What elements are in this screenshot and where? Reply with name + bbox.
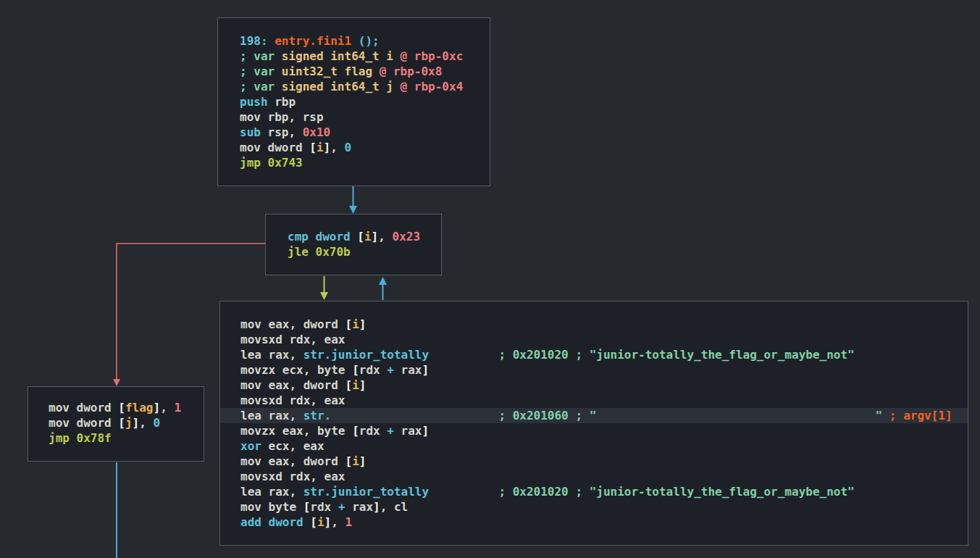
asm-token: i xyxy=(352,317,359,331)
asm-token: mov rbp, rsp xyxy=(240,110,324,124)
asm-token xyxy=(331,409,498,422)
asm-token: mov eax, dword xyxy=(240,317,345,331)
asm-token: [ xyxy=(357,230,364,243)
asm-token: , xyxy=(331,515,345,529)
asm-token: j xyxy=(125,416,133,430)
asm-token: ; var xyxy=(240,49,282,63)
asm-line[interactable]: movzx ecx, byte [rdx + rax] xyxy=(220,362,968,378)
asm-token: 0 xyxy=(345,141,352,154)
asm-line[interactable]: mov dword [i], 0 xyxy=(218,140,490,155)
asm-token: signed int64_t j xyxy=(282,80,401,93)
asm-line[interactable]: movsxd rdx, eax xyxy=(220,469,968,484)
asm-token: ] xyxy=(422,424,429,438)
asm-token: [ xyxy=(345,378,353,392)
asm-token: entry.fini1 xyxy=(275,34,351,48)
asm-token xyxy=(429,485,498,499)
asm-token: signed int64_t i xyxy=(282,49,401,63)
asm-token: str.junior_totally xyxy=(303,348,429,362)
asm-line[interactable]: jmp 0x743 xyxy=(218,155,490,170)
asm-token: mov eax, dword xyxy=(240,378,345,392)
asm-token: ] xyxy=(324,141,331,154)
asm-token: " xyxy=(876,409,889,422)
asm-token: ] xyxy=(154,401,161,415)
asm-token: ] xyxy=(324,515,332,529)
asm-token: i xyxy=(352,378,359,392)
asm-token: cmp dword xyxy=(288,230,357,243)
asm-token: 0x10 xyxy=(303,125,331,139)
asm-token: rdx xyxy=(359,424,388,438)
asm-token: lea rax, xyxy=(240,409,303,422)
asm-token xyxy=(429,348,498,362)
asm-line[interactable]: 198: entry.fini1 (); xyxy=(218,33,490,49)
asm-line[interactable]: mov eax, dword [i] xyxy=(220,317,968,332)
asm-line[interactable]: mov dword [flag], 1 xyxy=(28,400,204,415)
asm-line[interactable]: lea rax, str.junior_totally ; 0x201020 ;… xyxy=(220,347,968,362)
asm-line[interactable]: mov byte [rdx + rax], cl xyxy=(220,499,968,515)
edge-entry-to-condition xyxy=(349,186,357,214)
asm-token: ] xyxy=(372,230,379,243)
asm-token: + xyxy=(387,424,394,438)
asm-token: rax xyxy=(394,424,422,438)
asm-line[interactable]: movzx eax, byte [rdx + rax] xyxy=(220,423,968,438)
asm-token: mov dword xyxy=(49,416,118,430)
asm-token: ; var xyxy=(240,64,282,78)
asm-token: movsxd rdx, eax xyxy=(240,333,345,346)
asm-token: 0x23 xyxy=(393,230,421,243)
asm-token: , xyxy=(139,416,153,430)
asm-line[interactable]: mov rbp, rsp xyxy=(218,109,490,125)
asm-line[interactable]: sub rsp, 0x10 xyxy=(218,125,490,140)
asm-token: uint32_t flag xyxy=(282,64,380,78)
asm-token: i xyxy=(317,141,324,154)
asm-line[interactable]: add dword [i], 1 xyxy=(220,515,968,530)
asm-token: [ xyxy=(352,363,359,377)
asm-line[interactable]: mov dword [j], 0 xyxy=(28,415,204,430)
asm-line[interactable]: ; var uint32_t flag @ rbp-0x8 xyxy=(218,64,490,79)
asm-line[interactable]: lea rax, str. ; 0x201060 ; " " ; argv[1] xyxy=(220,408,968,423)
asm-token: add dword xyxy=(240,515,310,529)
asm-token: rbp xyxy=(268,95,296,109)
asm-token: i xyxy=(352,454,359,468)
asm-token: [ xyxy=(352,424,359,438)
block-loop-exit[interactable]: mov dword [flag], 1mov dword [j], 0jmp 0… xyxy=(28,386,204,462)
block-loop-body[interactable]: mov eax, dword [i]movsxd rdx, eaxlea rax… xyxy=(219,301,968,546)
block-loop-condition[interactable]: cmp dword [i], 0x23jle 0x70b xyxy=(265,214,442,275)
asm-token: movsxd rdx, eax xyxy=(240,470,345,483)
asm-token: [ xyxy=(345,454,353,468)
asm-token: lea rax, xyxy=(240,485,303,499)
asm-token: 198: xyxy=(240,34,268,48)
asm-token: ] xyxy=(359,378,367,392)
asm-token: ] xyxy=(422,363,429,377)
asm-token: lea rax, xyxy=(240,348,303,362)
asm-line[interactable]: lea rax, str.junior_totally ; 0x201020 ;… xyxy=(220,484,968,499)
asm-token: movsxd rdx, eax xyxy=(240,393,345,407)
asm-token: rax xyxy=(345,500,374,514)
asm-token: rdx xyxy=(310,500,338,514)
graph-canvas: 198: entry.fini1 ();; var signed int64_t… xyxy=(0,0,980,558)
asm-line[interactable]: movsxd rdx, eax xyxy=(220,393,968,408)
asm-token: [ xyxy=(118,401,125,415)
asm-line[interactable]: push rbp xyxy=(218,94,490,109)
asm-line[interactable]: mov eax, dword [i] xyxy=(220,378,968,393)
edge-condition-true-to-body xyxy=(320,276,328,300)
asm-token: i xyxy=(317,515,324,529)
asm-token: str.junior_totally xyxy=(303,485,429,499)
asm-line[interactable]: xor ecx, eax xyxy=(220,438,968,454)
asm-token: mov dword xyxy=(240,141,309,154)
asm-token: @ rbp-0xc xyxy=(401,49,464,63)
asm-line[interactable]: ; var signed int64_t i @ rbp-0xc xyxy=(218,49,490,64)
asm-token: 0 xyxy=(154,416,161,430)
asm-line[interactable]: ; var signed int64_t j @ rbp-0x4 xyxy=(218,79,490,94)
edge-body-back-to-condition xyxy=(379,277,387,300)
asm-line[interactable]: mov eax, dword [i] xyxy=(220,454,968,469)
block-entry-fini1[interactable]: 198: entry.fini1 ();; var signed int64_t… xyxy=(217,17,490,186)
asm-line[interactable]: jmp 0x78f xyxy=(28,430,204,446)
asm-token xyxy=(596,409,875,422)
asm-line[interactable]: jle 0x70b xyxy=(266,244,441,259)
asm-token: push xyxy=(240,95,268,109)
asm-token: movzx eax, byte xyxy=(240,424,352,438)
asm-line[interactable]: cmp dword [i], 0x23 xyxy=(266,229,441,244)
asm-token: i xyxy=(364,230,372,243)
asm-token: ; 0x201020 ; "junior-totally_the_flag_or… xyxy=(498,348,854,362)
asm-line[interactable]: movsxd rdx, eax xyxy=(220,332,968,347)
asm-token: [ xyxy=(118,416,125,430)
